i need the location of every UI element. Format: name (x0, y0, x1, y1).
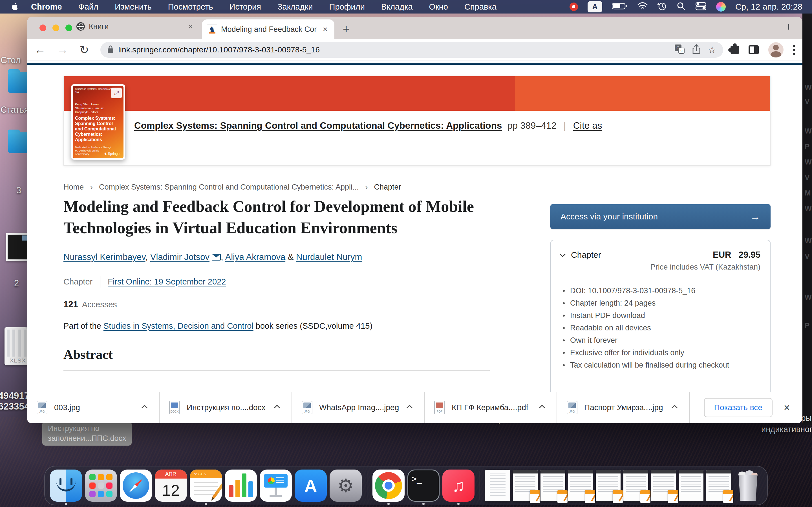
minimize-window-button[interactable] (52, 24, 59, 31)
dock-music[interactable]: ♫ (442, 469, 474, 502)
control-center-icon[interactable] (695, 2, 707, 11)
author-link-jotsov[interactable]: Vladimir Jotsov (150, 252, 209, 262)
dock-terminal[interactable]: >_ (407, 469, 440, 502)
time-machine-icon[interactable] (658, 1, 667, 12)
menu-chrome[interactable]: Chrome (31, 2, 62, 11)
desktop-label-partial[interactable]: б Стол (0, 55, 20, 65)
dock-document-thumbnail[interactable] (623, 470, 648, 501)
menu-profiles[interactable]: Профили (329, 2, 365, 11)
menu-help[interactable]: Справка (464, 2, 497, 11)
dock-document-thumbnail[interactable] (568, 470, 593, 501)
tab-close-icon[interactable]: × (321, 24, 329, 34)
download-item[interactable]: DOCX Инструкция по....docx (160, 392, 292, 423)
dock-finder[interactable] (50, 469, 82, 502)
book-title-link[interactable]: Complex Systems: Spanning Control and Co… (134, 120, 502, 131)
breadcrumb-book-link[interactable]: Complex Systems: Spanning Control and Co… (99, 183, 359, 191)
tab-active-chapter[interactable]: ♞ Modeling and Feedback Contr × (202, 19, 335, 39)
dock-chrome[interactable] (372, 469, 405, 502)
tab-search-chevron-icon[interactable] (788, 24, 795, 30)
menu-bookmarks[interactable]: Закладки (277, 2, 313, 11)
email-envelope-icon[interactable] (212, 254, 221, 261)
input-source-indicator[interactable]: A (588, 1, 602, 12)
siri-icon[interactable] (716, 2, 726, 11)
side-panel-icon[interactable] (749, 45, 759, 54)
dock-numbers[interactable] (225, 469, 257, 502)
forward-button[interactable]: → (57, 44, 68, 56)
apple-menu-icon[interactable] (10, 2, 20, 11)
series-link[interactable]: Studies in Systems, Decision and Control (103, 321, 253, 330)
download-menu-chevron-icon[interactable] (142, 404, 147, 410)
author-link-kerimbayev[interactable]: Nurassyl Kerimbayev (63, 252, 146, 262)
chrome-menu-icon[interactable] (793, 45, 795, 55)
breadcrumb-home-link[interactable]: Home (63, 183, 84, 191)
download-menu-chevron-icon[interactable] (407, 404, 412, 410)
spotlight-search-icon[interactable] (677, 2, 686, 12)
share-icon[interactable] (692, 44, 701, 55)
cite-as-link[interactable]: Cite as (573, 120, 602, 131)
download-menu-chevron-icon[interactable] (672, 404, 677, 410)
lock-icon[interactable] (107, 45, 114, 55)
edge-label-fragment: W (805, 158, 812, 166)
menu-file[interactable]: Файл (79, 2, 98, 11)
desktop-label-statya[interactable]: Статья (1, 105, 29, 115)
download-item[interactable]: JPG Паспорт Умирза....jpg (557, 392, 690, 423)
new-tab-button[interactable]: + (343, 23, 349, 36)
address-bar[interactable]: link.springer.com/chapter/10.1007/978-3-… (100, 42, 723, 58)
dock-document-thumbnail[interactable] (596, 470, 620, 501)
tab-strip: Книги × ♞ Modeling and Feedback Contr × … (27, 17, 802, 39)
dock-document-thumbnail[interactable] (706, 470, 731, 501)
author-link-akramova[interactable]: Aliya Akramova (225, 252, 286, 262)
reload-button[interactable]: ↻ (80, 43, 89, 56)
book-cover[interactable]: Studies in Systems, Decision and Control… (71, 84, 125, 160)
tab-close-icon[interactable]: × (186, 22, 195, 31)
bookmark-star-icon[interactable]: ☆ (708, 44, 716, 55)
dock-document-thumbnail[interactable] (651, 470, 676, 501)
recording-status-icon[interactable] (569, 3, 578, 11)
menu-view[interactable]: Посмотреть (168, 2, 213, 11)
dock-document-thumbnail[interactable] (513, 470, 538, 501)
purchase-chapter-label[interactable]: Chapter (571, 250, 601, 260)
dock-document-thumbnail[interactable] (541, 470, 565, 501)
extensions-puzzle-icon[interactable] (730, 46, 739, 54)
close-downloads-bar-icon[interactable]: × (784, 402, 790, 414)
first-online-link[interactable]: First Online: 19 September 2022 (108, 277, 226, 286)
desktop-label-number1[interactable]: 494917 (0, 390, 29, 401)
download-item[interactable]: JPG WhatsApp Imag....jpeg (292, 392, 424, 423)
dock-system-settings[interactable]: ⚙ (329, 469, 362, 502)
dock-calendar[interactable]: АПР. 12 (155, 469, 187, 502)
dock-pages[interactable]: PAGES (190, 469, 222, 502)
dock-launchpad[interactable] (85, 469, 117, 502)
show-all-downloads-button[interactable]: Показать все (704, 398, 772, 417)
dock-app-store[interactable]: A (295, 469, 327, 502)
download-menu-chevron-icon[interactable] (274, 404, 280, 410)
translate-icon[interactable]: Gя (675, 45, 685, 55)
menu-bar-clock[interactable]: Ср, 12 апр. 20:28 (735, 2, 802, 11)
zoom-window-button[interactable] (65, 24, 72, 31)
dock-document-thumbnail[interactable] (485, 470, 510, 501)
download-menu-chevron-icon[interactable] (539, 404, 545, 410)
menu-history[interactable]: История (230, 2, 261, 11)
download-item[interactable]: JPG 003.jpg (27, 392, 160, 423)
dock-trash[interactable] (734, 470, 762, 501)
menu-edit[interactable]: Изменить (115, 2, 152, 11)
dock-keynote[interactable] (260, 469, 292, 502)
wifi-icon[interactable] (637, 2, 648, 11)
edge-label-fragment: P (805, 142, 809, 151)
author-link-nurym[interactable]: Nurdaulet Nurym (296, 252, 362, 262)
desktop-label-number2[interactable]: 623354 (0, 401, 29, 412)
dock-safari[interactable] (120, 469, 152, 502)
download-item[interactable]: PDF КП ГФ Керимба....pdf (424, 392, 557, 423)
collapse-chevron-icon[interactable] (560, 251, 566, 257)
close-window-button[interactable] (40, 24, 46, 31)
dock-document-thumbnail[interactable] (679, 470, 703, 501)
menu-window[interactable]: Окно (429, 2, 448, 11)
expand-cover-icon[interactable]: ⤢ (111, 88, 122, 98)
menu-tab[interactable]: Вкладка (381, 2, 413, 11)
back-button[interactable]: ← (35, 44, 46, 56)
access-institution-button[interactable]: Access via your institution → (550, 204, 770, 229)
battery-icon[interactable] (612, 3, 627, 11)
tab-books[interactable]: Книги × (73, 22, 198, 31)
profile-avatar[interactable] (768, 42, 783, 57)
desktop-label-3[interactable]: 3 (16, 185, 21, 195)
desktop-label-2[interactable]: 2 (14, 278, 19, 288)
